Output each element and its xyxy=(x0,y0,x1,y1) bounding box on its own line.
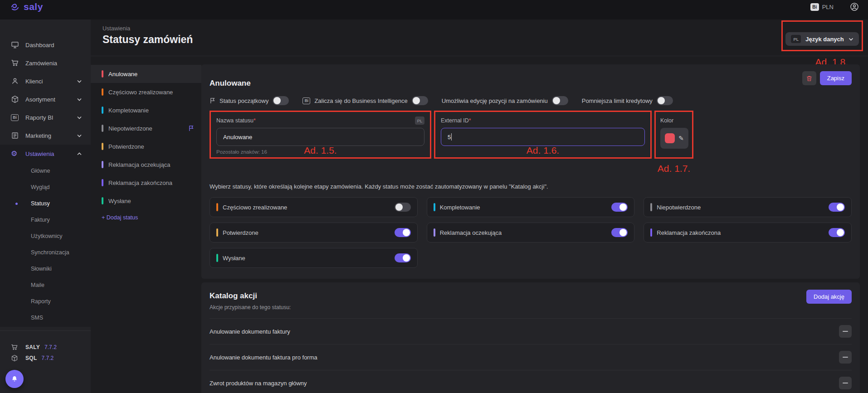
status-color-bar xyxy=(216,254,218,262)
toggle-stage-wyslane[interactable] xyxy=(395,253,411,262)
action-catalog-panel: Dodaj akcję Katalog akcji Akcje przypisa… xyxy=(201,282,860,393)
db-version-row: SQL 7.7.2 xyxy=(11,353,91,364)
sidebar-subitem-glowne[interactable]: Główne xyxy=(0,163,91,179)
status-color-bar xyxy=(102,70,103,78)
sidebar-item-asortyment[interactable]: Asortyment xyxy=(0,90,91,108)
required-mark: * xyxy=(254,117,256,124)
save-button[interactable]: Zapisz xyxy=(820,71,852,85)
status-color-bar xyxy=(102,179,103,186)
person-icon xyxy=(11,77,19,85)
toggle-stage-niepotwierdzone[interactable] xyxy=(829,203,845,212)
notifications-button[interactable] xyxy=(5,370,24,388)
page-title: Statusy zamówień xyxy=(102,34,868,46)
toggle-stage-rekl-zakonczona[interactable] xyxy=(829,228,845,237)
remove-action-button[interactable] xyxy=(839,351,852,364)
sidebar-item-label: Asortyment xyxy=(25,96,55,103)
add-action-button[interactable]: Dodaj akcję xyxy=(806,290,852,304)
annotation-label-1-5: Ad. 1.5. xyxy=(304,145,336,156)
toggle-stage-kompletowanie[interactable] xyxy=(611,203,628,212)
annotation-frame-1-5: Nazwa statusu* PL Pozostało znaków: 16 A… xyxy=(210,111,431,159)
sidebar-subitem-uzytkownicy[interactable]: Użytkownicy xyxy=(0,228,91,244)
toggle-status-poczatkowy[interactable] xyxy=(273,96,289,105)
version-footer: SALY 7.7.2 SQL 7.7.2 xyxy=(0,330,91,364)
sidebar-item-ustawienia[interactable]: ⚙ Ustawienia xyxy=(0,145,91,163)
stages-description: Wybierz statusy, które określają kolejne… xyxy=(210,183,852,190)
sidebar-subitem-sms[interactable]: SMS xyxy=(0,310,91,326)
logo-text: saly xyxy=(24,1,43,12)
status-color-bar xyxy=(650,203,652,211)
sidebar-item-raporty-bi[interactable]: Bi Raporty BI xyxy=(0,108,91,126)
toggle-stage-rekl-oczekujaca[interactable] xyxy=(611,228,628,237)
cube-icon xyxy=(11,354,18,362)
toggle-stage-czesciowo[interactable] xyxy=(395,203,411,212)
app-logo[interactable]: saly xyxy=(11,1,43,12)
gear-icon: ⚙ xyxy=(11,150,19,157)
external-id-label: External ID* xyxy=(441,117,471,124)
status-color-bar xyxy=(102,125,103,132)
status-editor-panel: Zapisz Anulowane Status początkowy Bi xyxy=(201,64,860,279)
sidebar-subitem-maile[interactable]: Maile xyxy=(0,277,91,293)
currency-selector[interactable]: Bi PLN xyxy=(810,3,834,11)
option-status-poczatkowy: Status początkowy xyxy=(210,96,289,105)
toggle-edycja-pozycji[interactable] xyxy=(552,96,568,105)
pencil-icon: ✎ xyxy=(678,135,684,142)
toggle-stage-potwierdzone[interactable] xyxy=(395,228,411,237)
sidebar-item-dashboard[interactable]: Dashboard xyxy=(0,36,91,54)
topbar: saly Bi PLN xyxy=(0,0,868,19)
remove-icon xyxy=(843,357,848,358)
sidebar-subitem-slowniki[interactable]: Słowniki xyxy=(0,261,91,277)
status-list-item-potwierdzone[interactable]: Potwierdzone xyxy=(91,137,201,155)
status-list-item-niepotwierdzone[interactable]: Niepotwierdzone xyxy=(91,119,201,137)
stage-card-czesciowo: Częściowo zrealizowane xyxy=(210,197,418,217)
bi-icon: Bi xyxy=(302,97,310,104)
flag-icon xyxy=(210,97,215,104)
status-color-bar xyxy=(434,228,435,237)
currency-icon: Bi xyxy=(810,3,819,11)
remove-action-button[interactable] xyxy=(839,377,852,389)
monitor-icon xyxy=(11,41,19,49)
remove-action-button[interactable] xyxy=(839,325,852,338)
field-language-badge: PL xyxy=(415,116,424,125)
sidebar-item-klienci[interactable]: Klienci xyxy=(0,72,91,90)
status-list-item-kompletowanie[interactable]: Kompletowanie xyxy=(91,101,201,119)
sidebar-subitem-raporty[interactable]: Raporty xyxy=(0,293,91,310)
status-name-input[interactable] xyxy=(216,128,424,146)
status-list-item-rekl-zakonczona[interactable]: Reklamacja zakończona xyxy=(91,174,201,192)
sidebar-item-zamowienia[interactable]: Zamówienia xyxy=(0,54,91,72)
status-color-bar xyxy=(650,228,652,237)
cube-icon xyxy=(11,95,19,103)
sidebar-subitem-wyglad[interactable]: Wygląd xyxy=(0,179,91,195)
action-row: Anulowanie dokumentu faktura pro forma xyxy=(210,344,852,370)
account-icon[interactable] xyxy=(850,2,859,11)
currency-code: PLN xyxy=(822,4,834,10)
status-list-item-czesciowo[interactable]: Częściowo zrealizowane xyxy=(91,83,201,101)
delete-status-button[interactable] xyxy=(802,71,816,85)
sidebar-subitem-statusy[interactable]: Statusy xyxy=(0,195,91,212)
sidebar-subitem-faktury[interactable]: Faktury xyxy=(0,212,91,228)
status-list-item-wyslane[interactable]: Wysłane xyxy=(91,192,201,210)
sidebar: Dashboard Zamówienia Klienci xyxy=(0,19,91,393)
annotation-label-1-7: Ad. 1.7. xyxy=(658,163,690,174)
status-list-item-anulowane[interactable]: Anulowane xyxy=(91,65,201,83)
text-cursor xyxy=(451,133,452,141)
page-header: Ustawienia Statusy zamówień PL Język dan… xyxy=(91,19,868,56)
remove-icon xyxy=(843,331,848,332)
sidebar-item-marketing[interactable]: Marketing xyxy=(0,126,91,145)
color-picker[interactable]: ✎ xyxy=(660,128,688,149)
toggle-limit-kredytowy[interactable] xyxy=(657,96,673,105)
toggle-business-intelligence[interactable] xyxy=(412,96,428,105)
chevron-down-icon xyxy=(77,98,82,101)
required-mark: * xyxy=(469,117,471,124)
annotation-frame-1-7: Kolor ✎ xyxy=(654,111,693,159)
data-language-selector[interactable]: PL Język danych xyxy=(785,32,859,46)
external-id-input[interactable]: 5 xyxy=(441,128,645,146)
add-status-button[interactable]: + Dodaj status xyxy=(102,214,201,221)
status-list-item-rekl-oczekujaca[interactable]: Reklamacja oczekująca xyxy=(91,155,201,174)
status-color-bar xyxy=(216,203,218,211)
active-dot xyxy=(15,203,18,205)
stage-card-rekl-oczekujaca: Reklamacja oczekująca xyxy=(427,223,635,243)
settings-section: ⚙ Ustawienia Główne Wygląd Statusy Faktu… xyxy=(0,145,91,327)
sidebar-subitem-synchronizacja[interactable]: Synchronizacja xyxy=(0,244,91,261)
breadcrumb: Ustawienia xyxy=(102,25,868,32)
stage-card-kompletowanie: Kompletowanie xyxy=(427,197,635,217)
